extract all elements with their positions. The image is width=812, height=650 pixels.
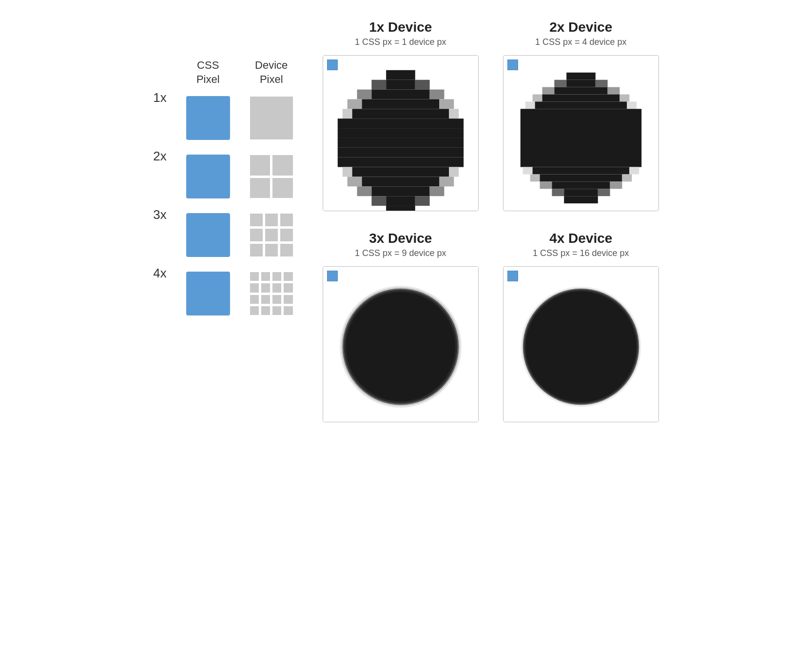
device-1x-subtitle: 1 CSS px = 1 device px: [355, 37, 446, 47]
svg-rect-10: [439, 99, 454, 109]
device-box-3x: 3x Device 1 CSS px = 9 device px: [323, 231, 479, 422]
legend-panel: 1x 2x 3x 4x CSSPixel DevicePixel: [153, 20, 293, 330]
svg-rect-17: [338, 148, 464, 158]
svg-rect-4: [415, 80, 430, 90]
legend-columns: 1x 2x 3x 4x CSSPixel DevicePixel: [153, 59, 293, 330]
svg-rect-39: [607, 87, 619, 95]
device-box-2x: 2x Device 1 CSS px = 4 device px: [503, 20, 659, 211]
svg-rect-7: [429, 90, 444, 99]
svg-rect-43: [525, 101, 535, 109]
svg-rect-48: [532, 167, 629, 175]
svg-rect-25: [357, 186, 371, 196]
svg-rect-38: [554, 87, 607, 95]
device-pixel-header: DevicePixel: [255, 59, 288, 86]
device-2x-subtitle: 1 CSS px = 4 device px: [535, 37, 627, 47]
svg-rect-1: [386, 70, 415, 80]
css-pixel-1x: [186, 96, 230, 140]
svg-rect-14: [338, 118, 464, 128]
row-labels-col: 1x 2x 3x 4x: [153, 59, 166, 302]
svg-rect-44: [535, 101, 627, 109]
device-grid-4x: [250, 272, 293, 315]
row-label-3x: 3x: [153, 185, 166, 244]
svg-rect-53: [540, 181, 552, 189]
row-label-2x: 2x: [153, 127, 166, 185]
viz-panel: 1x Device 1 CSS px = 1 device px: [323, 20, 659, 422]
svg-rect-20: [352, 167, 449, 177]
svg-rect-26: [371, 186, 429, 196]
device-3x-title: 3x Device: [369, 231, 432, 246]
device-pixels-col: DevicePixel: [250, 59, 293, 330]
svg-rect-55: [610, 181, 622, 189]
svg-rect-46: [521, 109, 641, 167]
svg-rect-28: [371, 196, 386, 206]
svg-rect-23: [362, 177, 439, 186]
svg-rect-24: [439, 177, 454, 186]
svg-rect-22: [347, 177, 362, 186]
svg-rect-36: [596, 80, 608, 87]
device-grid-2x: [250, 155, 293, 198]
device-box-4x: 4x Device 1 CSS px = 16 device px: [503, 231, 659, 422]
svg-rect-35: [566, 80, 596, 87]
device-1x-title: 1x Device: [369, 20, 432, 35]
svg-rect-41: [542, 95, 619, 102]
css-pixel-3x: [186, 213, 230, 257]
svg-rect-16: [338, 138, 464, 148]
device-3x-subtitle: 1 CSS px = 9 device px: [355, 248, 446, 258]
device-grid-1x: [250, 96, 293, 140]
device-4x-subtitle: 1 CSS px = 16 device px: [533, 248, 629, 258]
svg-rect-49: [629, 167, 639, 175]
css-pixels-col: CSSPixel: [186, 59, 230, 330]
css-pixel-header: CSSPixel: [196, 59, 220, 86]
svg-rect-56: [552, 189, 564, 196]
svg-rect-15: [338, 128, 464, 138]
viz-row-1: 1x Device 1 CSS px = 1 device px: [323, 20, 659, 211]
svg-rect-58: [598, 189, 610, 196]
svg-rect-21: [449, 167, 459, 177]
svg-rect-3: [386, 80, 415, 90]
svg-rect-37: [542, 87, 554, 95]
svg-rect-51: [540, 174, 622, 181]
blue-indicator-3x: [327, 271, 338, 281]
svg-rect-9: [362, 99, 439, 109]
svg-rect-2: [371, 80, 386, 90]
svg-rect-8: [347, 99, 362, 109]
svg-rect-29: [386, 196, 415, 206]
blue-indicator-1x: [327, 59, 338, 70]
svg-rect-50: [530, 174, 540, 181]
svg-rect-27: [429, 186, 444, 196]
main-container: 1x 2x 3x 4x CSSPixel DevicePixel: [153, 20, 658, 422]
viz-row-2: 3x Device 1 CSS px = 9 device px: [323, 231, 659, 422]
circle-canvas-1x: [323, 55, 479, 211]
svg-rect-54: [552, 181, 610, 189]
blue-indicator-2x: [507, 59, 518, 70]
css-pixel-4x: [186, 272, 230, 315]
svg-rect-31: [386, 206, 415, 211]
svg-rect-52: [622, 174, 632, 181]
device-4x-title: 4x Device: [549, 231, 612, 246]
svg-rect-19: [342, 167, 352, 177]
svg-rect-5: [357, 90, 371, 99]
svg-rect-12: [352, 109, 449, 118]
svg-rect-33: [566, 73, 596, 80]
row-label-1x: 1x: [153, 68, 166, 127]
circle-canvas-2x: [503, 55, 659, 211]
svg-rect-40: [532, 95, 542, 102]
circle-canvas-3x: [323, 266, 479, 422]
css-pixel-2x: [186, 155, 230, 198]
device-box-1x: 1x Device 1 CSS px = 1 device px: [323, 20, 479, 211]
svg-rect-34: [554, 80, 566, 87]
svg-rect-13: [449, 109, 459, 118]
blue-indicator-4x: [507, 271, 518, 281]
svg-rect-30: [415, 196, 430, 206]
row-label-4x: 4x: [153, 244, 166, 302]
circle-canvas-4x: [503, 266, 659, 422]
device-2x-title: 2x Device: [549, 20, 612, 35]
svg-rect-6: [371, 90, 429, 99]
svg-rect-59: [564, 196, 598, 203]
svg-rect-45: [627, 101, 637, 109]
svg-rect-47: [522, 167, 532, 175]
svg-rect-57: [564, 189, 598, 196]
svg-rect-11: [342, 109, 352, 118]
svg-rect-42: [619, 95, 629, 102]
device-grid-3x: [250, 213, 293, 257]
